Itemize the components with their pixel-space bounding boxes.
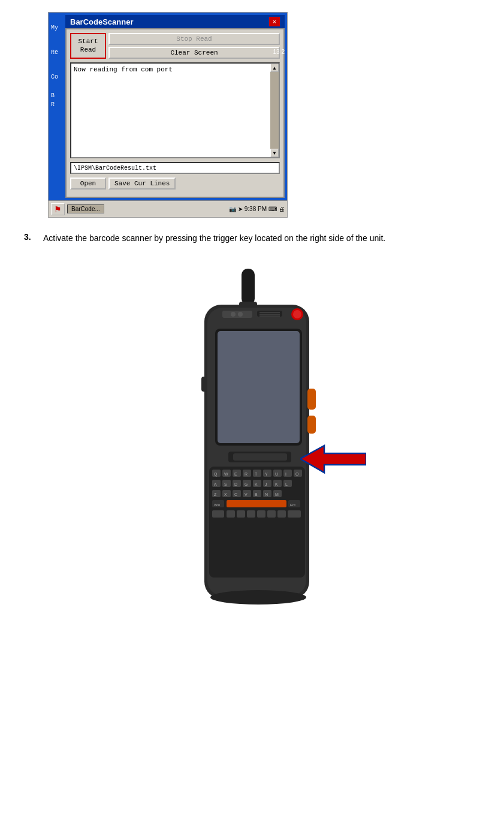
- svg-rect-81: [201, 377, 207, 392]
- stop-read-button[interactable]: Stop Read: [108, 33, 280, 45]
- svg-text:W: W: [224, 472, 228, 476]
- keyboard-row1: Q W E R T Y U I O: [212, 470, 302, 477]
- svg-rect-4: [222, 311, 252, 318]
- text-area-content: Now reading from com port: [71, 64, 270, 157]
- window-title: BarCodeScanner: [70, 17, 133, 26]
- step-text: Activate the barcode scanner by pressing…: [43, 232, 385, 245]
- svg-text:L: L: [285, 482, 288, 486]
- svg-rect-16: [233, 453, 287, 461]
- svg-text:Q: Q: [214, 472, 218, 477]
- taskbar-icon-4: 🖨: [279, 206, 285, 212]
- svg-text:V: V: [245, 492, 248, 497]
- taskbar: ⚑ BarCode... 📷 ➤ 9:38 PM ⌨ 🖨: [49, 200, 287, 217]
- start-button[interactable]: ⚑: [51, 203, 65, 215]
- taskbar-icon-1: 📷: [229, 206, 236, 212]
- taskbar-app-button[interactable]: BarCode...: [67, 205, 104, 213]
- button-row: Start Read Stop Read Clear Screen: [70, 33, 280, 59]
- svg-rect-76: [267, 510, 276, 518]
- svg-text:J: J: [265, 482, 267, 486]
- close-button[interactable]: ×: [269, 17, 280, 26]
- title-bar: BarCodeScanner ×: [65, 15, 285, 28]
- save-cur-lines-button[interactable]: Save Cur Lines: [108, 178, 176, 190]
- svg-rect-71: [212, 510, 224, 518]
- trigger-arrow: [300, 443, 366, 477]
- filepath-input[interactable]: [70, 162, 280, 174]
- svg-text:X: X: [224, 492, 227, 497]
- svg-text:U: U: [275, 472, 278, 476]
- step-number: 3.: [24, 232, 36, 245]
- svg-text:D: D: [234, 482, 237, 486]
- device-illustration: Q W E R T Y U I O A S D G K J K L Z X C …: [102, 257, 402, 676]
- barcode-scanner-screenshot: My Re Co B R 13 2 BarCodeScanner × Start…: [48, 12, 288, 218]
- svg-marker-83: [300, 446, 366, 473]
- taskbar-time: 9:38 PM: [245, 206, 267, 212]
- open-button[interactable]: Open: [70, 178, 106, 190]
- svg-rect-75: [257, 510, 265, 518]
- svg-text:K: K: [255, 482, 258, 486]
- svg-text:Win: Win: [214, 503, 220, 507]
- status-text: Now reading from com port: [74, 66, 173, 73]
- svg-text:G: G: [245, 482, 248, 486]
- svg-rect-80: [307, 416, 316, 434]
- left-arrow-svg: [300, 443, 366, 476]
- svg-point-82: [210, 590, 306, 605]
- taskbar-icons: 📷 ➤ 9:38 PM ⌨ 🖨: [229, 206, 285, 212]
- svg-point-6: [238, 312, 243, 317]
- right-numbers: 13 2: [273, 49, 285, 55]
- filepath-row: [70, 162, 280, 174]
- svg-text:E: E: [234, 472, 237, 476]
- scroll-up-button[interactable]: ▲: [270, 64, 279, 72]
- output-text-area: Now reading from com port ▲ ▼: [70, 62, 280, 158]
- svg-text:C: C: [234, 492, 237, 497]
- sidebar-labels: My Re Co B R: [51, 25, 58, 108]
- svg-text:I: I: [285, 472, 286, 476]
- dialog-content: Start Read Stop Read Clear Screen Now re…: [65, 28, 285, 198]
- svg-point-12: [293, 310, 301, 318]
- svg-text:K: K: [275, 482, 278, 486]
- svg-text:T: T: [255, 472, 258, 476]
- dialog-window: BarCodeScanner × Start Read Stop Read Cl…: [65, 15, 285, 198]
- svg-rect-0: [242, 269, 255, 305]
- svg-rect-78: [288, 510, 301, 518]
- svg-text:Ent: Ent: [290, 503, 295, 507]
- svg-text:N: N: [265, 492, 268, 497]
- svg-text:O: O: [295, 472, 299, 476]
- windows-flag-icon: ⚑: [54, 205, 62, 214]
- vertical-scrollbar[interactable]: ▲ ▼: [270, 64, 279, 157]
- svg-text:S: S: [224, 482, 227, 486]
- svg-text:M: M: [275, 492, 279, 497]
- svg-rect-73: [237, 510, 245, 518]
- svg-text:Z: Z: [214, 492, 217, 497]
- scroll-track[interactable]: [270, 72, 279, 149]
- bottom-button-row: Open Save Cur Lines: [70, 178, 280, 190]
- svg-rect-79: [307, 389, 316, 410]
- scroll-down-button[interactable]: ▼: [270, 149, 279, 157]
- svg-text:A: A: [214, 482, 217, 486]
- blue-background: My Re Co B R 13 2 BarCodeScanner × Start…: [49, 13, 287, 200]
- svg-rect-72: [227, 510, 235, 518]
- svg-point-5: [231, 312, 236, 317]
- svg-text:B: B: [255, 492, 258, 497]
- svg-rect-68: [227, 500, 286, 507]
- step-3-row: 3. Activate the barcode scanner by press…: [24, 232, 480, 245]
- taskbar-icon-2: ➤: [238, 206, 243, 212]
- start-read-button[interactable]: Start Read: [70, 33, 106, 59]
- svg-text:R: R: [245, 472, 248, 476]
- svg-rect-74: [247, 510, 255, 518]
- taskbar-icon-3: ⌨: [268, 206, 277, 212]
- svg-rect-77: [277, 510, 286, 518]
- svg-rect-14: [218, 331, 300, 443]
- svg-text:Y: Y: [265, 472, 268, 476]
- clear-screen-button[interactable]: Clear Screen: [108, 47, 280, 59]
